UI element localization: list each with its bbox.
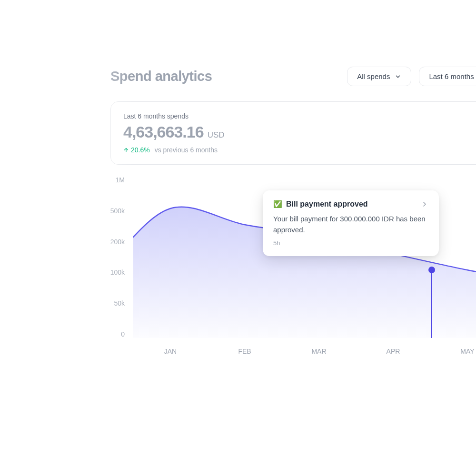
filter-spends-label: All spends: [357, 72, 390, 80]
x-tick: APR: [356, 347, 430, 355]
page-title: Spend analytics: [110, 69, 212, 84]
delta-compare: vs previous 6 months: [155, 146, 218, 154]
y-tick: 100k: [96, 268, 125, 276]
tooltip-body: Your bill payment for 300.000.000 IDR ha…: [273, 213, 428, 236]
tooltip-time: 5h: [273, 239, 428, 247]
delta-badge: 20.6%: [123, 146, 150, 154]
filter-bar: All spends Last 6 months Mont: [347, 67, 476, 86]
y-tick: 1M: [96, 176, 125, 184]
y-tick: 500k: [96, 207, 125, 215]
y-tick: 50k: [96, 299, 125, 307]
x-tick: MAR: [282, 347, 356, 355]
check-icon: ✅: [273, 200, 282, 208]
y-tick: 200k: [96, 238, 125, 246]
chevron-down-icon: [395, 73, 401, 80]
summary-amount: 4,63,663.16: [123, 123, 204, 141]
chart-marker-line: [431, 269, 432, 338]
summary-card: Last 6 months spends 4,63,663.16 USD 20.…: [110, 101, 476, 165]
filter-period-label: Last 6 months: [429, 72, 474, 80]
chart-marker-dot: [428, 267, 435, 273]
chevron-right-icon: [421, 200, 428, 208]
x-axis: JAN FEB MAR APR MAY: [133, 347, 476, 355]
tooltip-title: Bill payment approved: [286, 200, 368, 208]
notification-tooltip[interactable]: ✅ Bill payment approved Your bill paymen…: [263, 190, 439, 256]
summary-currency: USD: [208, 130, 225, 140]
filter-period[interactable]: Last 6 months: [419, 67, 476, 86]
x-tick: FEB: [208, 347, 282, 355]
summary-label: Last 6 months spends: [123, 112, 225, 120]
y-axis: 1M 500k 200k 100k 50k 0: [96, 176, 125, 338]
x-tick: JAN: [133, 347, 208, 355]
arrow-up-icon: [123, 147, 129, 153]
filter-spends[interactable]: All spends: [347, 67, 411, 86]
chart: 1M 500k 200k 100k 50k 0 ✅ Bill paym: [110, 176, 476, 376]
y-tick: 0: [96, 330, 125, 338]
x-tick: MAY: [430, 347, 476, 355]
delta-pct: 20.6%: [131, 146, 150, 154]
